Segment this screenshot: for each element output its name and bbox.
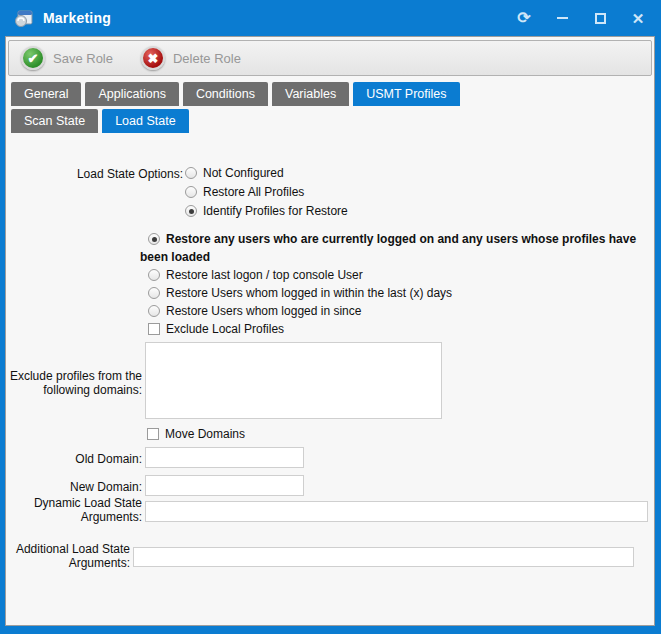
- radio-label: Identify Profiles for Restore: [203, 204, 348, 218]
- checkbox-icon: [147, 428, 159, 440]
- marketing-window: Marketing ⟳ ✕ ✔ Save Role ✖ Delete Role …: [0, 0, 661, 634]
- dynamic-load-state-arguments-input[interactable]: [145, 501, 648, 522]
- restore-options-group: Restore any users who are currently logg…: [140, 230, 654, 338]
- delete-role-button[interactable]: ✖ Delete Role: [141, 46, 241, 70]
- new-domain-label: New Domain:: [6, 480, 142, 494]
- maximize-icon[interactable]: [591, 9, 609, 27]
- delete-role-label: Delete Role: [173, 51, 241, 66]
- radio-restore-logged-on-users[interactable]: Restore any users who are currently logg…: [140, 230, 654, 266]
- radio-icon: [148, 305, 160, 317]
- check-circle-icon: ✔: [21, 46, 45, 70]
- x-circle-icon: ✖: [141, 46, 165, 70]
- minimize-icon[interactable]: [553, 9, 571, 27]
- checkbox-icon: [148, 323, 160, 335]
- toolbar: ✔ Save Role ✖ Delete Role: [8, 40, 652, 76]
- exclude-domains-label: Exclude profiles from the following doma…: [6, 369, 142, 397]
- exclude-domains-textarea[interactable]: [145, 342, 442, 419]
- tab-applications[interactable]: Applications: [85, 82, 178, 106]
- window-title: Marketing: [43, 10, 111, 26]
- radio-label: Restore Users whom logged in within the …: [166, 286, 452, 300]
- radio-not-configured[interactable]: Not Configured: [185, 165, 284, 181]
- sub-tab-bar: Scan State Load State: [11, 109, 189, 133]
- radio-icon: [185, 186, 197, 198]
- radio-label: Restore Users whom logged in since: [166, 304, 361, 318]
- window-content: ✔ Save Role ✖ Delete Role General Applic…: [5, 36, 655, 626]
- app-icon: [14, 9, 34, 27]
- main-tab-bar: General Applications Conditions Variable…: [11, 82, 460, 106]
- old-domain-label: Old Domain:: [6, 452, 142, 466]
- tab-conditions[interactable]: Conditions: [183, 82, 268, 106]
- radio-restore-last-x-days[interactable]: Restore Users whom logged in within the …: [140, 284, 654, 302]
- radio-identify-profiles-for-restore[interactable]: Identify Profiles for Restore: [185, 203, 348, 219]
- radio-icon: [148, 233, 160, 245]
- radio-restore-since[interactable]: Restore Users whom logged in since: [140, 302, 654, 320]
- radio-icon: [185, 167, 197, 179]
- refresh-icon[interactable]: ⟳: [515, 9, 533, 27]
- load-state-options-label: Load State Options:: [6, 167, 183, 181]
- tab-usmt-profiles[interactable]: USMT Profiles: [353, 82, 459, 106]
- checkbox-exclude-local-profiles[interactable]: Exclude Local Profiles: [140, 320, 654, 338]
- radio-icon: [148, 269, 160, 281]
- radio-icon: [185, 205, 197, 217]
- window-controls: ⟳ ✕: [515, 9, 647, 27]
- save-role-label: Save Role: [53, 51, 113, 66]
- title-bar: Marketing ⟳ ✕: [0, 0, 661, 36]
- tab-variables[interactable]: Variables: [272, 82, 349, 106]
- dynamic-load-state-arguments-label: Dynamic Load State Arguments:: [6, 496, 142, 524]
- save-role-button[interactable]: ✔ Save Role: [21, 46, 113, 70]
- additional-load-state-arguments-label: Additional Load State Arguments:: [6, 542, 130, 570]
- radio-label: Not Configured: [203, 166, 284, 180]
- radio-label: Restore any users who are currently logg…: [140, 232, 636, 264]
- checkbox-label: Exclude Local Profiles: [166, 322, 284, 336]
- radio-label: Restore last logon / top console User: [166, 268, 363, 282]
- new-domain-input[interactable]: [145, 475, 304, 496]
- radio-label: Restore All Profiles: [203, 185, 304, 199]
- close-icon[interactable]: ✕: [629, 9, 647, 27]
- radio-restore-last-logon[interactable]: Restore last logon / top console User: [140, 266, 654, 284]
- old-domain-input[interactable]: [145, 447, 304, 468]
- additional-load-state-arguments-input[interactable]: [133, 547, 634, 567]
- checkbox-move-domains[interactable]: Move Domains: [147, 426, 245, 442]
- radio-icon: [148, 287, 160, 299]
- tab-general[interactable]: General: [11, 82, 81, 106]
- radio-restore-all-profiles[interactable]: Restore All Profiles: [185, 184, 304, 200]
- tab-scan-state[interactable]: Scan State: [11, 109, 98, 133]
- checkbox-label: Move Domains: [165, 427, 245, 441]
- tab-load-state[interactable]: Load State: [102, 109, 188, 133]
